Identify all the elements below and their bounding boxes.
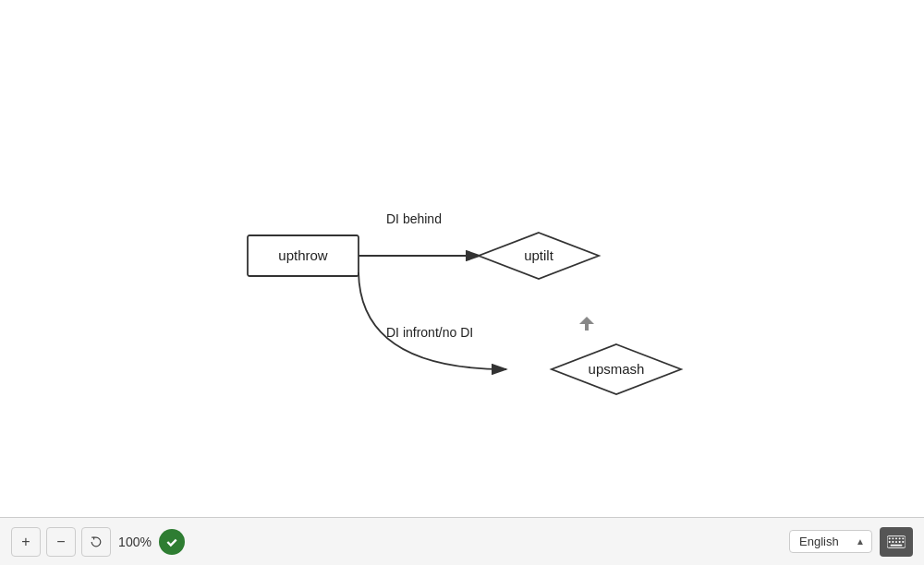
svg-rect-17 <box>895 537 897 539</box>
svg-rect-16 <box>892 537 894 539</box>
svg-rect-24 <box>902 541 904 543</box>
keyboard-button[interactable] <box>880 527 913 557</box>
node-uptilt-label: uptilt <box>524 247 554 263</box>
check-status-icon[interactable] <box>159 529 185 555</box>
language-wrapper: English Español Français ▲ <box>789 530 872 553</box>
node-upsmash-label: upsmash <box>589 361 645 377</box>
svg-rect-18 <box>899 537 901 539</box>
diagram-svg: upthrow uptilt DI behind upsmash DI infr… <box>0 0 924 517</box>
language-select[interactable]: English Español Français <box>789 530 872 553</box>
svg-rect-21 <box>892 541 894 543</box>
bottom-bar: + − 100% English Español Français ▲ <box>0 517 924 565</box>
svg-rect-25 <box>891 544 903 546</box>
svg-rect-15 <box>889 537 891 539</box>
svg-rect-22 <box>895 541 897 543</box>
svg-rect-20 <box>889 541 891 543</box>
arrow-upthrow-upsmash <box>359 272 506 369</box>
canvas-area[interactable]: upthrow uptilt DI behind upsmash DI infr… <box>0 0 924 517</box>
svg-rect-19 <box>902 537 904 539</box>
zoom-in-button[interactable]: + <box>11 527 41 557</box>
label-di-infront: DI infront/no DI <box>386 325 473 340</box>
zoom-out-button[interactable]: − <box>46 527 76 557</box>
label-di-behind: DI behind <box>386 211 442 226</box>
cursor-indicator <box>579 317 594 331</box>
svg-rect-23 <box>899 541 901 543</box>
bottom-left-controls: + − 100% <box>11 527 185 557</box>
zoom-reset-button[interactable] <box>81 527 111 557</box>
zoom-level-label: 100% <box>116 535 153 549</box>
bottom-right-controls: English Español Français ▲ <box>789 527 913 557</box>
node-upthrow-label: upthrow <box>278 247 328 263</box>
